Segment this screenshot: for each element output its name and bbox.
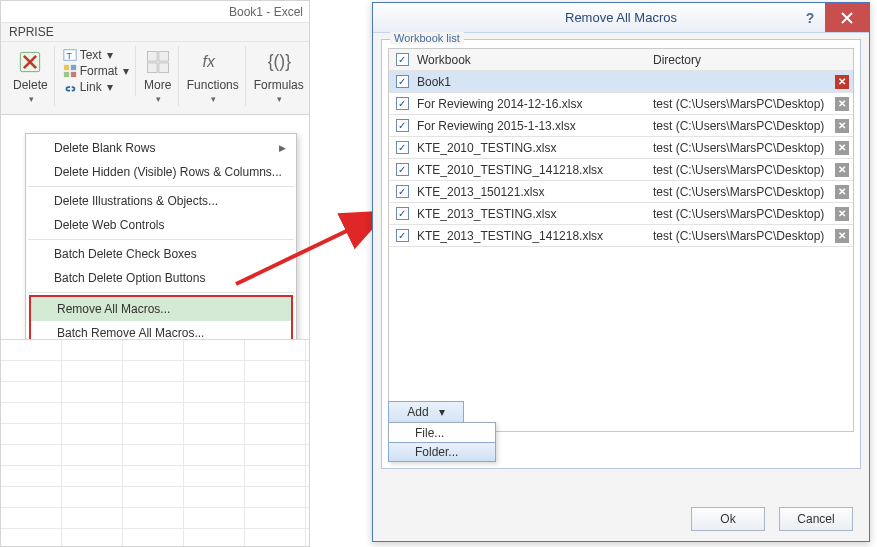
submenu-arrow-icon: ▶ xyxy=(279,143,286,153)
help-button[interactable]: ? xyxy=(795,3,825,32)
fx-icon: fx xyxy=(199,48,227,76)
more-button[interactable]: More ▾ xyxy=(144,48,172,104)
menu-separator xyxy=(28,292,294,293)
svg-rect-11 xyxy=(147,63,157,73)
spreadsheet-grid[interactable] xyxy=(1,339,309,546)
ribbon-group-formulas: {()} Formulas ▾ xyxy=(248,46,310,106)
row-directory: test (C:\Users\MarsPC\Desktop)✕ xyxy=(651,229,853,243)
link-button[interactable]: Link▾ xyxy=(63,80,129,94)
menu-item[interactable]: Batch Delete Check Boxes xyxy=(28,242,294,266)
svg-rect-6 xyxy=(71,65,76,70)
row-directory: test (C:\Users\MarsPC\Desktop)✕ xyxy=(651,119,853,133)
row-workbook: KTE_2013_TESTING.xlsx xyxy=(415,207,651,221)
row-checkbox[interactable]: ✓ xyxy=(396,119,409,132)
more-icon xyxy=(144,48,172,76)
row-directory: test (C:\Users\MarsPC\Desktop)✕ xyxy=(651,141,853,155)
ribbon: Delete ▾ T Text▾ Format▾ Link▾ xyxy=(1,42,309,115)
menu-item[interactable]: Delete Web Controls xyxy=(28,213,294,237)
row-checkbox[interactable]: ✓ xyxy=(396,97,409,110)
svg-text:fx: fx xyxy=(202,53,215,70)
row-workbook: For Reviewing 2015-1-13.xlsx xyxy=(415,119,651,133)
dialog-buttons: Ok Cancel xyxy=(691,507,853,531)
ribbon-tab[interactable]: RPRISE xyxy=(1,23,309,42)
text-label: Text xyxy=(80,48,102,62)
link-label: Link xyxy=(80,80,102,94)
list-row[interactable]: ✓For Reviewing 2014-12-16.xlsxtest (C:\U… xyxy=(389,93,853,115)
list-row[interactable]: ✓For Reviewing 2015-1-13.xlsxtest (C:\Us… xyxy=(389,115,853,137)
formulas-button[interactable]: {()} Formulas ▾ xyxy=(254,48,304,104)
row-checkbox[interactable]: ✓ xyxy=(396,229,409,242)
row-directory: test (C:\Users\MarsPC\Desktop)✕ xyxy=(651,207,853,221)
list-row[interactable]: ✓KTE_2013_TESTING_141218.xlsxtest (C:\Us… xyxy=(389,225,853,247)
cancel-button[interactable]: Cancel xyxy=(779,507,853,531)
close-button[interactable] xyxy=(825,3,869,32)
ok-button[interactable]: Ok xyxy=(691,507,765,531)
row-remove-button[interactable]: ✕ xyxy=(835,163,849,177)
row-workbook: KTE_2013_150121.xlsx xyxy=(415,185,651,199)
text-button[interactable]: T Text▾ xyxy=(63,48,129,62)
functions-button[interactable]: fx Functions ▾ xyxy=(187,48,239,104)
list-row[interactable]: ✓KTE_2010_TESTING.xlsxtest (C:\Users\Mar… xyxy=(389,137,853,159)
svg-rect-9 xyxy=(147,52,157,62)
ribbon-group-more: More ▾ xyxy=(138,46,179,106)
menu-item[interactable]: Batch Delete Option Buttons xyxy=(28,266,294,290)
add-folder-item[interactable]: Folder... xyxy=(388,442,496,462)
row-checkbox[interactable]: ✓ xyxy=(396,75,409,88)
add-file-item[interactable]: File... xyxy=(389,423,495,443)
add-button-wrap: Add ▾ File... Folder... xyxy=(388,401,496,462)
caret-icon: ▾ xyxy=(211,94,216,104)
list-row[interactable]: ✓KTE_2013_TESTING.xlsxtest (C:\Users\Mar… xyxy=(389,203,853,225)
row-workbook: Book1 xyxy=(415,75,651,89)
delete-button[interactable]: Delete ▾ xyxy=(13,48,48,104)
row-remove-button[interactable]: ✕ xyxy=(835,229,849,243)
row-remove-button[interactable]: ✕ xyxy=(835,119,849,133)
menu-item[interactable]: Remove All Macros... xyxy=(31,297,291,321)
row-remove-button[interactable]: ✕ xyxy=(835,97,849,111)
excel-window: Book1 - Excel RPRISE Delete ▾ T Text▾ xyxy=(0,0,310,547)
select-all-checkbox[interactable]: ✓ xyxy=(396,53,409,66)
caret-icon: ▾ xyxy=(123,64,129,78)
svg-rect-7 xyxy=(64,72,69,77)
row-checkbox[interactable]: ✓ xyxy=(396,185,409,198)
row-remove-button[interactable]: ✕ xyxy=(835,141,849,155)
menu-separator xyxy=(28,186,294,187)
row-workbook: KTE_2010_TESTING.xlsx xyxy=(415,141,651,155)
menu-item[interactable]: Delete Hidden (Visible) Rows & Columns..… xyxy=(28,160,294,184)
col-workbook[interactable]: Workbook xyxy=(415,53,651,67)
col-directory[interactable]: Directory xyxy=(651,53,853,67)
functions-label: Functions xyxy=(187,78,239,92)
row-workbook: KTE_2013_TESTING_141218.xlsx xyxy=(415,229,651,243)
row-remove-button[interactable]: ✕ xyxy=(835,207,849,221)
list-row[interactable]: ✓Book1✕ xyxy=(389,71,853,93)
list-row[interactable]: ✓KTE_2010_TESTING_141218.xlsxtest (C:\Us… xyxy=(389,159,853,181)
row-checkbox[interactable]: ✓ xyxy=(396,207,409,220)
workbook-list-group: Workbook list ✓ Workbook Directory ✓Book… xyxy=(381,39,861,469)
menu-item[interactable]: Delete Illustrations & Objects... xyxy=(28,189,294,213)
row-workbook: KTE_2010_TESTING_141218.xlsx xyxy=(415,163,651,177)
group-label: Workbook list xyxy=(390,32,464,44)
row-remove-button[interactable]: ✕ xyxy=(835,185,849,199)
row-directory: ✕ xyxy=(651,75,853,89)
format-button[interactable]: Format▾ xyxy=(63,64,129,78)
dialog-titlebar[interactable]: Remove All Macros ? xyxy=(373,3,869,33)
row-remove-button[interactable]: ✕ xyxy=(835,75,849,89)
caret-icon: ▾ xyxy=(107,80,113,94)
menu-separator xyxy=(28,239,294,240)
row-checkbox[interactable]: ✓ xyxy=(396,141,409,154)
dialog-controls: ? xyxy=(795,3,869,32)
delete-label: Delete xyxy=(13,78,48,92)
remove-macros-dialog: Remove All Macros ? Workbook list ✓ Work… xyxy=(372,2,870,542)
workbook-list: ✓ Workbook Directory ✓Book1✕✓For Reviewi… xyxy=(388,48,854,432)
list-row[interactable]: ✓KTE_2013_150121.xlsxtest (C:\Users\Mars… xyxy=(389,181,853,203)
add-button[interactable]: Add ▾ xyxy=(388,401,464,423)
delete-dropdown-menu: Delete Blank Rows▶Delete Hidden (Visible… xyxy=(25,133,297,351)
row-checkbox[interactable]: ✓ xyxy=(396,163,409,176)
ribbon-group-textformat: T Text▾ Format▾ Link▾ xyxy=(57,46,136,96)
link-icon xyxy=(63,80,77,94)
row-directory: test (C:\Users\MarsPC\Desktop)✕ xyxy=(651,97,853,111)
format-label: Format xyxy=(80,64,118,78)
menu-item[interactable]: Delete Blank Rows▶ xyxy=(28,136,294,160)
svg-rect-12 xyxy=(159,63,169,73)
caret-icon: ▾ xyxy=(277,94,282,104)
ribbon-group-functions: fx Functions ▾ xyxy=(181,46,246,106)
